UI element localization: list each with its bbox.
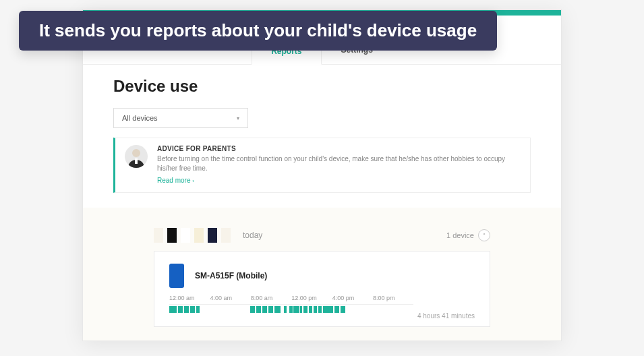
- usage-segment: [300, 306, 303, 313]
- usage-segment: [303, 306, 307, 313]
- usage-segment: [250, 306, 255, 313]
- usage-segment: [184, 306, 189, 313]
- page-title: Device use: [83, 65, 561, 104]
- usage-segment: [334, 306, 339, 313]
- timeline: 12:00 am4:00 am8:00 am12:00 pm4:00 pm8:0…: [169, 295, 475, 320]
- axis-label: 8:00 pm: [373, 295, 413, 301]
- read-more-link[interactable]: Read more ›: [157, 177, 194, 184]
- app-window: Kids / tim / Reports "Device use" Report…: [82, 9, 562, 341]
- device-card-head: SM-A515F (Mobile): [169, 264, 475, 288]
- day-swatches: today: [154, 228, 262, 243]
- device-usage-card: SM-A515F (Mobile) 12:00 am4:00 am8:00 am…: [154, 251, 490, 327]
- usage-segment: [262, 306, 267, 313]
- device-count: 1 device ˄: [446, 229, 490, 241]
- axis-label: 4:00 pm: [332, 295, 373, 301]
- usage-segment: [190, 306, 195, 313]
- usage-segment: [196, 306, 200, 313]
- usage-segment: [256, 306, 261, 313]
- day-label: today: [243, 231, 262, 240]
- usage-segment: [323, 306, 332, 313]
- advice-avatar: [125, 145, 148, 168]
- color-swatch: [221, 228, 231, 243]
- day-header: today 1 device ˄: [154, 228, 490, 243]
- usage-segment: [274, 306, 281, 313]
- usage-segment: [289, 306, 293, 313]
- advice-title: ADVICE FOR PARENTS: [157, 145, 521, 152]
- axis-label: 8:00 am: [251, 295, 291, 301]
- advice-body: Before turning on the time control funct…: [157, 154, 521, 173]
- read-more-label: Read more: [157, 177, 190, 184]
- usage-segment: [318, 306, 322, 313]
- usage-segment: [169, 306, 177, 313]
- color-swatch: [208, 228, 217, 243]
- chevron-right-icon: ›: [192, 178, 194, 184]
- content-section: All devices ▾ ADVICE FOR PARENTS Before …: [83, 104, 561, 201]
- timeline-section: today 1 device ˄ SM-A515F (Mobile) 12:00…: [83, 208, 561, 340]
- svg-rect-1: [135, 158, 138, 164]
- usage-segment: [309, 306, 312, 313]
- timeline-axis-labels: 12:00 am4:00 am8:00 am12:00 pm4:00 pm8:0…: [169, 295, 413, 301]
- axis-label: 4:00 am: [210, 295, 250, 301]
- chevron-down-icon: ▾: [237, 115, 239, 121]
- color-swatch: [154, 228, 163, 243]
- collapse-button[interactable]: ˄: [478, 229, 490, 241]
- usage-segment: [314, 306, 317, 313]
- timeline-usage-bar: [169, 304, 413, 314]
- color-swatch: [194, 228, 204, 243]
- chevron-up-icon: ˄: [483, 233, 486, 239]
- usage-segment: [268, 306, 273, 313]
- svg-point-0: [132, 149, 140, 157]
- usage-segment: [284, 306, 287, 313]
- axis-label: 12:00 am: [169, 295, 210, 301]
- phone-icon: [169, 264, 184, 288]
- color-swatch: [181, 228, 190, 243]
- device-count-label: 1 device: [446, 231, 474, 239]
- usage-segment: [293, 306, 299, 313]
- device-filter-dropdown[interactable]: All devices ▾: [113, 108, 248, 128]
- device-filter-selected: All devices: [122, 114, 158, 122]
- axis-label: 12:00 pm: [291, 295, 332, 301]
- annotation-banner: It sends you reports about your child's …: [19, 11, 497, 51]
- color-swatch: [167, 228, 177, 243]
- usage-segment: [341, 306, 345, 313]
- device-name: SM-A515F (Mobile): [195, 271, 267, 280]
- advice-card: ADVICE FOR PARENTS Before turning on the…: [113, 138, 531, 193]
- usage-segment: [178, 306, 183, 313]
